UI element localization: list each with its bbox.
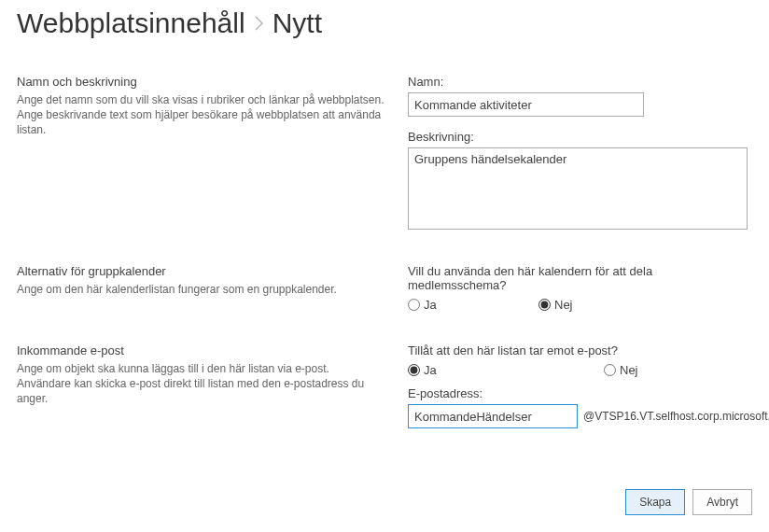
section-name-description: Namn och beskrivning Ange det namn som d… — [17, 75, 752, 232]
groupcal-question: Vill du använda den här kalendern för at… — [408, 264, 744, 292]
section-heading-groupcal: Alternativ för gruppkalender — [17, 264, 385, 278]
button-bar: Skapa Avbryt — [625, 489, 752, 515]
breadcrumb-current: Nytt — [273, 7, 322, 39]
email-no-label: Nej — [620, 363, 638, 377]
groupcal-option-no[interactable]: Nej — [538, 298, 573, 312]
email-question: Tillåt att den här listan tar emot e-pos… — [408, 343, 744, 357]
breadcrumb: Webbplatsinnehåll Nytt — [17, 7, 752, 39]
groupcal-yes-label: Ja — [424, 298, 437, 312]
section-help-email: Ange om objekt ska kunna läggas till i d… — [17, 361, 385, 407]
email-yes-label: Ja — [424, 363, 437, 377]
name-input[interactable] — [408, 92, 644, 117]
section-heading-email: Inkommande e-post — [17, 343, 385, 357]
section-incoming-email: Inkommande e-post Ange om objekt ska kun… — [17, 343, 752, 428]
cancel-button[interactable]: Avbryt — [692, 489, 752, 515]
email-option-no[interactable]: Nej — [604, 363, 638, 377]
section-help-name: Ange det namn som du vill ska visas i ru… — [17, 92, 385, 138]
email-address-input[interactable] — [408, 404, 578, 428]
groupcal-option-yes[interactable]: Ja — [408, 298, 538, 312]
chevron-right-icon — [255, 16, 263, 31]
breadcrumb-parent[interactable]: Webbplatsinnehåll — [17, 7, 245, 39]
email-option-yes[interactable]: Ja — [408, 363, 604, 377]
create-button[interactable]: Skapa — [625, 489, 685, 515]
description-input[interactable] — [408, 147, 748, 230]
name-label: Namn: — [408, 75, 744, 89]
section-help-groupcal: Ange om den här kalenderlistan fungerar … — [17, 282, 385, 297]
email-domain-text: @VTSP16.VT.selfhost.corp.microsoft.com — [583, 410, 769, 423]
groupcal-no-label: Nej — [554, 298, 573, 312]
email-address-label: E-postadress: — [408, 386, 744, 400]
section-group-calendar: Alternativ för gruppkalender Ange om den… — [17, 264, 752, 312]
description-label: Beskrivning: — [408, 130, 744, 144]
section-heading-name: Namn och beskrivning — [17, 75, 385, 89]
